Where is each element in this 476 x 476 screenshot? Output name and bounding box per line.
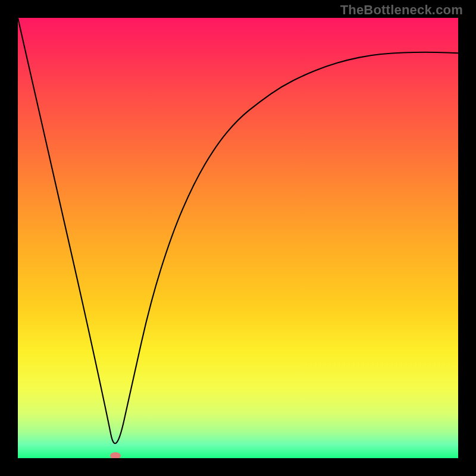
- plot-area: [18, 18, 458, 458]
- minimum-marker: [110, 452, 121, 458]
- curve-svg: [18, 18, 458, 458]
- bottleneck-curve: [18, 18, 458, 443]
- watermark-text: TheBottleneck.com: [340, 2, 463, 18]
- chart-frame: TheBottleneck.com: [0, 0, 476, 476]
